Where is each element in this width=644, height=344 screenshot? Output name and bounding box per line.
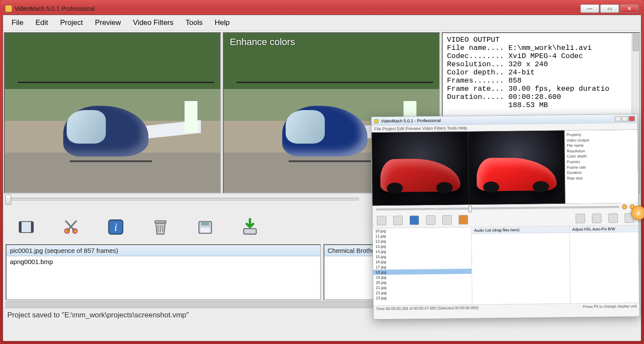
inset-lists: 10.jpg11.jpg12.jpg13.jpg14.jpg15.jpg16.j… [373, 225, 639, 305]
output-depth: 24-bit [508, 68, 535, 77]
inset-audio-list[interactable]: Audio List (drag files here) [471, 226, 570, 304]
svg-rect-2 [31, 221, 34, 233]
tool-cut[interactable] [59, 215, 83, 239]
output-framerate: 30.00 fps, keep duratio [508, 85, 610, 93]
menu-tools[interactable]: Tools [180, 17, 208, 29]
output-filename: E:\mm_work\heli.avi [508, 44, 592, 52]
inset-screenshot: VideoMach 5.0.1 - Professional File Proj… [371, 114, 640, 319]
disk-icon [196, 218, 215, 236]
tool-info[interactable]: i [104, 215, 128, 239]
inset-title: VideoMach 5.0.1 - Professional [381, 118, 441, 123]
output-resolution: 320 x 240 [508, 60, 548, 68]
output-size: 188.53 MB [508, 101, 548, 109]
tool-save[interactable] [193, 215, 217, 239]
app-icon [374, 119, 379, 123]
tool-open-film[interactable] [14, 215, 38, 239]
menu-help[interactable]: Help [210, 17, 235, 29]
output-heading: VIDEO OUTPUT [447, 36, 499, 44]
next-arrow-button[interactable]: › [631, 206, 644, 220]
menu-video-filters[interactable]: Video Filters [128, 17, 179, 29]
inset-previews: PropertyVideo OutputFile nameResolutionC… [372, 130, 638, 206]
info-icon: i [106, 218, 125, 236]
timeline-slider[interactable] [6, 198, 359, 200]
inset-preview-right [468, 131, 565, 205]
close-button[interactable]: ✕ [620, 4, 639, 13]
inset-file-row[interactable]: 23.jpg [373, 295, 472, 301]
output-frames: 858 [508, 77, 522, 85]
menubar: File Edit Project Preview Video Filters … [3, 15, 641, 31]
svg-rect-10 [200, 228, 210, 233]
cut-icon[interactable] [592, 214, 601, 223]
video-list-item[interactable]: apng0001.bmp [6, 256, 320, 267]
svg-text:i: i [114, 221, 117, 233]
tool-delete[interactable] [148, 215, 173, 239]
window-controls: — ▭ ✕ [580, 4, 639, 13]
enhance-label: Enhance colors [230, 37, 295, 48]
menu-file[interactable]: File [6, 17, 28, 29]
inset-file-list[interactable]: 10.jpg11.jpg12.jpg13.jpg14.jpg15.jpg16.j… [373, 227, 472, 305]
menu-preview[interactable]: Preview [90, 17, 126, 29]
trash-icon [151, 218, 170, 236]
scissors-icon[interactable] [393, 216, 403, 225]
film-icon[interactable] [377, 216, 386, 225]
link-icon[interactable] [608, 213, 618, 223]
menu-edit[interactable]: Edit [30, 17, 53, 29]
inset-preview-left [372, 132, 469, 206]
svg-rect-9 [201, 221, 209, 225]
inset-audio-header: Audio List (drag files here) [471, 226, 569, 233]
refresh-icon[interactable] [459, 215, 468, 224]
inset-extra-panel: Adjust HSL Auto-Fix B/W [570, 226, 639, 304]
inset-property-panel: PropertyVideo OutputFile nameResolutionC… [564, 130, 638, 204]
tool-export[interactable] [238, 215, 262, 239]
inset-status-right: Press F9 to change display unit [583, 304, 637, 309]
inset-nav-orb[interactable] [622, 204, 627, 209]
open-icon[interactable] [576, 214, 585, 223]
output-codec: XviD MPEG-4 Codec [508, 52, 583, 60]
app-icon [5, 5, 12, 12]
inset-slider[interactable] [376, 206, 619, 210]
disk-icon[interactable] [442, 215, 452, 224]
video-list-header[interactable]: pic0001.jpg (sequence of 857 frames) [6, 245, 320, 256]
info-icon[interactable] [410, 215, 419, 225]
status-text: Project saved to "E:\mm_work\projects\sc… [7, 311, 189, 319]
scissors-icon [62, 218, 80, 236]
menu-project[interactable]: Project [55, 17, 88, 29]
maximize-button[interactable]: ▭ [600, 4, 619, 13]
window-title: VideoMach 5.0.1 Professional [15, 5, 95, 12]
svg-rect-1 [19, 221, 22, 233]
svg-rect-7 [155, 221, 166, 223]
video-list[interactable]: pic0001.jpg (sequence of 857 frames) apn… [6, 244, 321, 300]
minimize-button[interactable]: — [580, 4, 599, 13]
inset-status-left: Time 00:00:00.268 of 00:00:47.000 (Selec… [376, 306, 478, 311]
preview-original[interactable] [4, 32, 221, 194]
inset-slider-handle[interactable] [468, 206, 472, 212]
svg-rect-11 [243, 229, 256, 234]
titlebar[interactable]: VideoMach 5.0.1 Professional — ▭ ✕ [3, 3, 641, 15]
output-duration: 00:00:28.600 [508, 93, 561, 101]
trash-icon[interactable] [426, 215, 435, 225]
film-icon [17, 218, 36, 236]
download-icon [240, 218, 259, 236]
timeline-handle[interactable] [5, 194, 11, 205]
